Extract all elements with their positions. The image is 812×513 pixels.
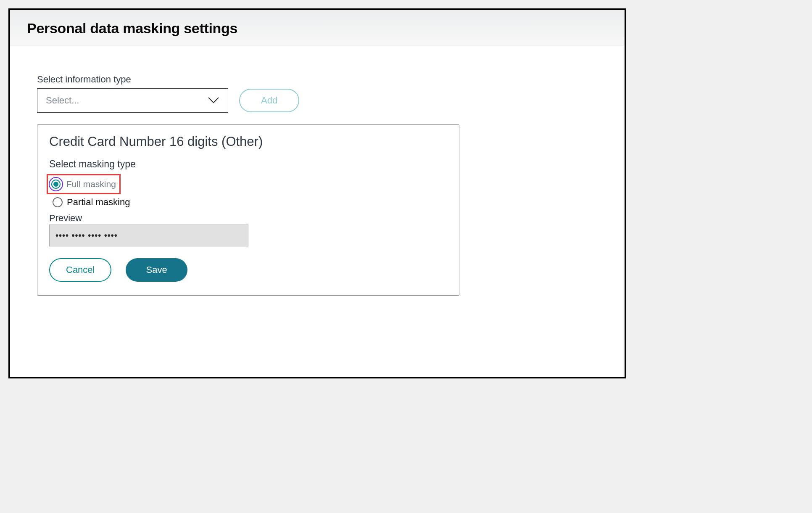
page-title: Personal data masking settings xyxy=(27,20,608,37)
content-area: Select information type Select... Add Cr… xyxy=(10,45,625,312)
card-title: Credit Card Number 16 digits (Other) xyxy=(49,134,447,149)
radio-empty-icon xyxy=(53,197,63,207)
info-type-select[interactable]: Select... xyxy=(37,88,228,113)
partial-masking-radio-row[interactable]: Partial masking xyxy=(49,197,447,208)
preview-label: Preview xyxy=(49,213,447,224)
masking-type-label: Select masking type xyxy=(49,159,447,170)
preview-box: •••• •••• •••• •••• xyxy=(49,225,248,246)
full-masking-label: Full masking xyxy=(66,179,116,189)
partial-masking-label: Partial masking xyxy=(67,197,130,208)
info-type-label: Select information type xyxy=(37,74,608,85)
add-button[interactable]: Add xyxy=(239,89,299,112)
save-button[interactable]: Save xyxy=(126,258,187,282)
full-masking-highlight: Full masking xyxy=(47,174,121,194)
action-row: Cancel Save xyxy=(49,258,447,282)
chevron-down-icon xyxy=(208,95,219,106)
header-bar: Personal data masking settings xyxy=(10,10,625,45)
info-type-row: Select... Add xyxy=(37,88,608,113)
settings-window: Personal data masking settings Select in… xyxy=(8,8,626,378)
masking-card: Credit Card Number 16 digits (Other) Sel… xyxy=(37,124,459,296)
info-type-placeholder: Select... xyxy=(46,95,79,106)
full-masking-radio-row[interactable]: Full masking xyxy=(49,177,116,191)
radio-selected-icon xyxy=(49,177,63,191)
preview-value: •••• •••• •••• •••• xyxy=(55,231,118,241)
cancel-button[interactable]: Cancel xyxy=(49,258,111,282)
